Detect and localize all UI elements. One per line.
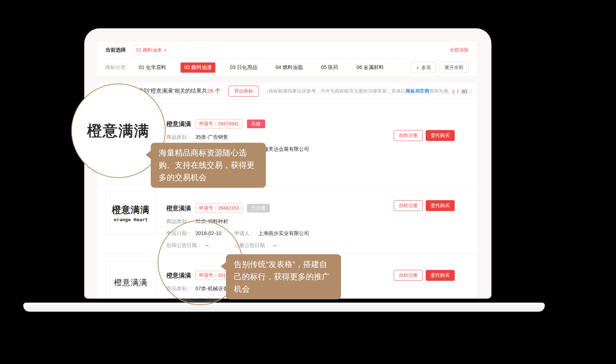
- field-label: 申请日期：: [166, 298, 192, 299]
- field-label: 初审公告日期：: [166, 242, 202, 248]
- field-value: 2018-02-07: [195, 298, 222, 299]
- magnified-trademark-text: 橙意满满: [87, 121, 150, 141]
- trademark-name: 橙意满满: [166, 120, 191, 128]
- category-item-01[interactable]: 01 化学原料: [135, 62, 170, 73]
- field-label: 申请人：: [234, 230, 255, 236]
- next-page-icon[interactable]: ›: [470, 88, 472, 94]
- selected-filter-tag[interactable]: 02 颜料油漆 ×: [132, 45, 171, 55]
- callout-text: 告别传统“发表格”，搭建自己的标行，获得更多的推广机会: [234, 260, 330, 294]
- disclaimer-text-pre: （商标检索结果仅供参考，不作为商标能否注册的法律依据；具体以: [264, 88, 406, 94]
- selected-filter-tag-label: 02 颜料油漆: [136, 47, 162, 53]
- category-item-06[interactable]: 06 金属材料: [353, 62, 387, 73]
- self-register-button[interactable]: 自助注册: [394, 130, 423, 141]
- row-actions: 自助注册 委托购买: [394, 270, 455, 281]
- application-number-badge: 申请号：29474941: [195, 119, 243, 129]
- row-actions: 自助注册 委托购买: [394, 130, 455, 141]
- field-line: 初审公告日期：– 注册公告日期：–: [166, 242, 309, 249]
- clear-all-link[interactable]: 全部清除: [450, 47, 469, 53]
- trademark-office-link[interactable]: 商标局官网: [406, 88, 429, 94]
- expand-all-button[interactable]: 展开全部: [439, 62, 469, 73]
- page-separator: /: [457, 88, 458, 94]
- callout-text: 海量精品商标资源随心选购。支持在线交易，获得更多的交易机会: [159, 148, 255, 182]
- status-badge: 无效: [247, 120, 265, 128]
- category-tools: ＋ 多选 展开全部: [410, 62, 469, 73]
- callout-bubble-trade: 海量精品商标资源随心选购。支持在线交易，获得更多的交易机会: [151, 143, 266, 188]
- field-value: –: [273, 242, 276, 248]
- field-line: 商品类别：31类-饲料种籽: [166, 218, 309, 225]
- row-title-line: 橙意满满 申请号：29474941 无效: [166, 119, 309, 129]
- table-row: 橙意满满 orange Heart 橙意满满 申请号：29482153 已注册 …: [97, 185, 477, 254]
- row-content: 橙意满满 申请号：29482153 已注册 商品类别：31类-饲料种籽 申请日期…: [166, 191, 309, 254]
- current-page: 1: [451, 88, 454, 94]
- field-value: 2018-02-10: [195, 230, 222, 236]
- field-value: –: [206, 242, 208, 248]
- field-value: 31类-饲料种籽: [195, 218, 228, 224]
- export-trademarks-button[interactable]: 导出商标: [228, 86, 259, 97]
- field-label: 商品类别：: [166, 134, 192, 140]
- row-title-line: 橙意满满 申请号：29482153 已注册: [166, 203, 309, 213]
- trademark-image: 橙意满满: [105, 261, 156, 299]
- field-value: 上海雨步实业有限公司: [258, 230, 309, 236]
- category-row: 商标分类 01 化学原料 02 颜料油漆 03 日化用品 04 燃料油脂 05 …: [97, 59, 477, 76]
- total-pages: 30: [461, 88, 467, 94]
- pagination: ‹ 1 / 30 ›: [442, 83, 477, 100]
- field-label: 商品类别：: [166, 286, 192, 291]
- category-item-05[interactable]: 05 医药: [317, 62, 342, 73]
- application-number-badge: 申请号：29482153: [195, 203, 243, 213]
- self-register-button[interactable]: 自助注册: [394, 270, 423, 281]
- filter-panel: 当前选择 02 颜料油漆 × 全部清除 商标分类 01 化学原料 02 颜料油漆…: [97, 42, 477, 76]
- current-selection-label: 当前选择: [105, 47, 126, 53]
- trademark-image: 橙意满满 orange Heart: [105, 191, 156, 235]
- entrust-purchase-button[interactable]: 委托购买: [426, 270, 455, 281]
- prev-page-icon[interactable]: ‹: [447, 88, 449, 94]
- field-line: 商品类别：35类-广告销售: [166, 134, 309, 141]
- field-value: 07类-机械设备: [195, 286, 228, 291]
- results-header: 当前分类下检索到“橙意满满”相关的结果共28个 导出商标 （商标检索结果仅供参考…: [97, 83, 477, 100]
- status-badge: 已注册: [247, 204, 270, 213]
- results-count: 28: [207, 88, 213, 94]
- category-item-03[interactable]: 03 日化用品: [226, 62, 261, 73]
- field-value: 35类-广告销售: [195, 134, 228, 140]
- trademark-image-text: 橙意满满: [114, 277, 147, 288]
- field-label: 申请日期：: [166, 230, 192, 236]
- category-row-label: 商标分类: [105, 64, 126, 71]
- results-unit: 个: [215, 88, 220, 94]
- trademark-name: 橙意满满: [166, 271, 191, 280]
- entrust-purchase-button[interactable]: 委托购买: [426, 130, 455, 141]
- field-label: 注册公告日期：: [234, 242, 270, 248]
- trademark-image-text: 橙意满满: [112, 204, 150, 216]
- row-actions: 自助注册 委托购买: [394, 200, 455, 211]
- trademark-name: 橙意满满: [166, 204, 191, 213]
- laptop-base: [23, 303, 545, 312]
- field-value: 安徽美达会展有限公司: [258, 146, 309, 152]
- page: 当前选择 02 颜料油漆 × 全部清除 商标分类 01 化学原料 02 颜料油漆…: [0, 0, 616, 364]
- remove-filter-icon[interactable]: ×: [164, 48, 167, 53]
- field-label: 商品类别：: [166, 218, 192, 224]
- category-item-04[interactable]: 04 燃料油脂: [272, 62, 306, 73]
- field-line: 申请日期：2018-02-10 申请人：上海雨步实业有限公司: [166, 230, 309, 237]
- trademark-image-subtext: orange Heart: [114, 217, 148, 222]
- self-register-button[interactable]: 自助注册: [394, 200, 423, 211]
- results-disclaimer: （商标检索结果仅供参考，不作为商标能否注册的法律依据；具体以商标局官网查询为准。…: [264, 88, 458, 94]
- category-item-02-active[interactable]: 02 颜料油漆: [181, 62, 215, 73]
- multi-select-button[interactable]: ＋ 多选: [410, 62, 436, 73]
- entrust-purchase-button[interactable]: 委托购买: [426, 200, 455, 211]
- current-selection-row: 当前选择 02 颜料油漆 × 全部清除: [97, 42, 477, 59]
- callout-bubble-promotion: 告别传统“发表格”，搭建自己的标行，获得更多的推广机会: [226, 254, 341, 299]
